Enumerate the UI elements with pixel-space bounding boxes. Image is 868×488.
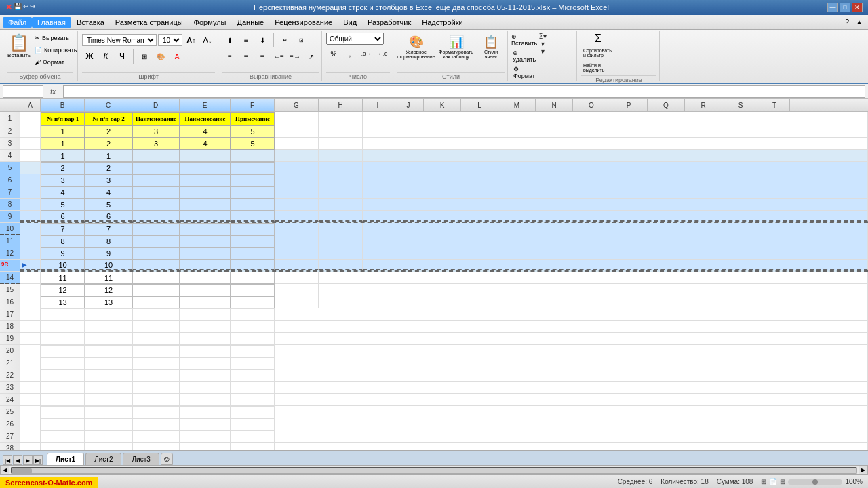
cell-B25[interactable] — [41, 406, 85, 418]
decrease-font-button[interactable]: A↓ — [200, 33, 215, 47]
cell-F8[interactable] — [231, 199, 275, 211]
row-10[interactable]: 10 — [0, 223, 20, 235]
row-9[interactable]: 9 — [0, 211, 20, 223]
cell-C16[interactable]: 13 — [85, 296, 132, 308]
menu-addins[interactable]: Надстройки — [416, 17, 468, 28]
cell-rest20[interactable] — [275, 345, 868, 357]
col-header-T[interactable]: T — [760, 99, 790, 111]
cell-C10[interactable]: 7 — [85, 223, 132, 235]
col-header-R[interactable]: R — [685, 99, 722, 111]
cell-C25[interactable] — [85, 406, 132, 418]
merge-button[interactable]: ⊡ — [294, 33, 309, 47]
cell-D7[interactable] — [132, 186, 180, 199]
align-bottom-button[interactable]: ⬇ — [255, 33, 270, 47]
col-header-H[interactable]: H — [319, 99, 363, 111]
cell-H2[interactable] — [319, 125, 363, 138]
cell-I3[interactable] — [363, 138, 868, 150]
row-12[interactable]: 12 — [0, 247, 20, 260]
cell-B19[interactable] — [41, 333, 85, 345]
cell-E23[interactable] — [180, 382, 231, 394]
cell-E7[interactable] — [180, 186, 231, 199]
row-15[interactable]: 15 — [0, 284, 20, 296]
cell-A17[interactable] — [20, 308, 41, 321]
cell-C7[interactable]: 4 — [85, 186, 132, 199]
cell-E2[interactable]: 4 — [180, 125, 231, 138]
orientation-button[interactable]: ↗ — [304, 49, 319, 64]
cell-A25[interactable] — [20, 406, 41, 418]
col-header-N[interactable]: N — [536, 99, 573, 111]
cell-rest23[interactable] — [275, 382, 868, 394]
cell-D3[interactable]: 3 — [132, 138, 180, 150]
sheet-tab-2[interactable]: Лист2 — [85, 453, 121, 465]
cell-A19[interactable] — [20, 333, 41, 345]
find-select-button[interactable]: Найти и выделить — [581, 61, 615, 75]
row-18[interactable]: 18 — [0, 321, 20, 333]
cell-H5[interactable] — [319, 162, 363, 174]
menu-page-layout[interactable]: Разметка страницы — [110, 17, 189, 28]
cell-rest12[interactable] — [363, 247, 868, 260]
cell-F3[interactable]: 5 — [231, 138, 275, 150]
cell-A12[interactable] — [20, 247, 41, 260]
cell-E28[interactable] — [180, 443, 231, 450]
cell-A13[interactable]: ▶ — [20, 260, 41, 270]
decrease-indent-button[interactable]: ←≡ — [271, 49, 286, 64]
cell-F15[interactable] — [231, 284, 275, 296]
cell-H3[interactable] — [319, 138, 363, 150]
cell-B17[interactable] — [41, 308, 85, 321]
cell-E13[interactable] — [180, 260, 231, 270]
cell-B26[interactable] — [41, 418, 85, 430]
cell-E4[interactable] — [180, 150, 231, 162]
cell-I8[interactable] — [363, 199, 868, 211]
row-6[interactable]: 6 — [0, 174, 20, 186]
cell-E18[interactable] — [180, 321, 231, 333]
cell-A5[interactable] — [20, 162, 41, 174]
cell-H10[interactable] — [319, 223, 363, 235]
cell-C20[interactable] — [85, 345, 132, 357]
cell-rest27[interactable] — [275, 430, 868, 443]
cell-F16[interactable] — [231, 296, 275, 308]
thousand-sep-button[interactable]: , — [342, 46, 357, 61]
cell-F28[interactable] — [231, 443, 275, 450]
cell-D10[interactable] — [132, 223, 180, 235]
cell-F22[interactable] — [231, 369, 275, 382]
font-size-select[interactable]: 10 — [158, 34, 182, 46]
horizontal-scroll-track[interactable] — [11, 467, 857, 474]
cell-B7[interactable]: 4 — [41, 186, 85, 199]
cell-E26[interactable] — [180, 418, 231, 430]
menu-view[interactable]: Вид — [338, 17, 362, 28]
cell-B23[interactable] — [41, 382, 85, 394]
row-24[interactable]: 24 — [0, 394, 20, 406]
cell-A23[interactable] — [20, 382, 41, 394]
cell-C12[interactable]: 9 — [85, 247, 132, 260]
cell-H13[interactable] — [319, 260, 363, 270]
row-5[interactable]: 5 — [0, 162, 20, 174]
name-box[interactable] — [3, 85, 43, 98]
cell-C17[interactable] — [85, 308, 132, 321]
quick-access-redo[interactable]: ↪ — [30, 3, 35, 12]
cell-D4[interactable] — [132, 150, 180, 162]
col-header-K[interactable]: K — [424, 99, 461, 111]
cell-F1[interactable]: Примечание — [231, 112, 275, 125]
cell-F6[interactable] — [231, 174, 275, 186]
cell-F2[interactable]: 5 — [231, 125, 275, 138]
cell-rest26[interactable] — [275, 418, 868, 430]
wrap-text-button[interactable]: ↵ — [277, 33, 292, 47]
cell-D2[interactable]: 3 — [132, 125, 180, 138]
decrease-decimal-button[interactable]: ←.0 — [375, 46, 390, 61]
row-27[interactable]: 27 — [0, 430, 20, 443]
minimize-ribbon-icon[interactable]: ▲ — [853, 18, 865, 26]
format-cells-button[interactable]: ⚙ Формат — [512, 65, 536, 80]
cell-F21[interactable] — [231, 357, 275, 369]
cell-E8[interactable] — [180, 199, 231, 211]
row-23[interactable]: 23 — [0, 382, 20, 394]
cell-B14[interactable]: 11 — [41, 272, 85, 284]
add-sheet-button[interactable]: ☺ — [161, 453, 173, 465]
sort-filter-button[interactable]: Сортировать и фильтр — [581, 46, 615, 60]
row-26[interactable]: 26 — [0, 418, 20, 430]
cell-E11[interactable] — [180, 235, 231, 247]
cell-H6[interactable] — [319, 174, 363, 186]
cell-G5[interactable] — [275, 162, 319, 174]
cell-A27[interactable] — [20, 430, 41, 443]
cell-F24[interactable] — [231, 394, 275, 406]
cell-D6[interactable] — [132, 174, 180, 186]
